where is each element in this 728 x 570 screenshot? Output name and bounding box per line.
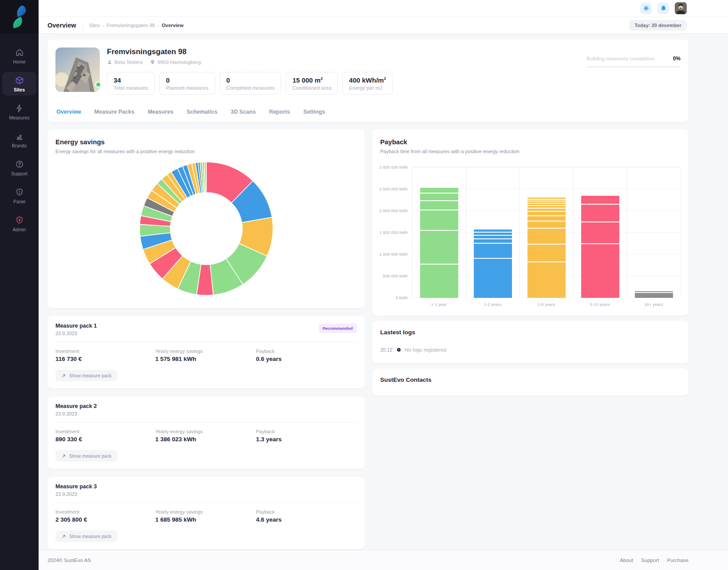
bar-segment — [527, 261, 566, 298]
stat-completed-measures: 0 Completed measures — [220, 72, 281, 95]
completion-value: 0% — [673, 55, 681, 62]
home-icon — [2, 48, 36, 57]
x-axis: < 1 year1-2 years2-5 years5-10 years10+ … — [412, 302, 681, 307]
location-pin-icon — [150, 59, 155, 65]
energy-savings-donut-chart — [55, 158, 357, 299]
bar-segment — [420, 210, 458, 230]
show-measure-pack-button[interactable]: Show measure pack — [55, 370, 117, 381]
site-status-dot — [95, 82, 101, 87]
site-summary-card: Fremvisningsgaten 98 Beta Testers 9959 H… — [47, 40, 689, 122]
tab-measure-packs[interactable]: Measure Packs — [94, 109, 134, 115]
sidebar-item-label: Measures — [2, 115, 36, 120]
question-circle-icon — [2, 159, 36, 169]
page-footer: 2024© SustEvo AS About Support Purchase — [39, 550, 728, 570]
y-axis-tick-label: 1 000 000 kWh — [379, 252, 408, 257]
latest-logs-card: Lastest logs 20.12 No logs registered — [372, 321, 689, 363]
lightning-icon — [2, 103, 36, 113]
stat-energy-per-m2: 400 kWh/m2 Energy per m2 — [342, 72, 393, 95]
today-date-pill: Today: 20 desember — [629, 20, 687, 31]
sidebar-item-sites[interactable]: Sites — [2, 72, 36, 95]
tab-overview[interactable]: Overview — [56, 109, 81, 115]
measure-pack-card-1: Recommended Measure pack 1 23.9.2023 Inv… — [47, 316, 365, 388]
energy-savings-subtitle: Energy savings for all measures with a p… — [55, 149, 357, 154]
notifications-button[interactable] — [657, 3, 669, 14]
bar-segment — [527, 221, 566, 228]
sidebar-item-label: Panel — [2, 199, 36, 204]
plot-area — [412, 167, 681, 298]
donut-svg — [136, 158, 276, 299]
pack-investment: Investment 2 305 800 € — [55, 509, 155, 523]
bell-icon — [660, 5, 667, 12]
show-measure-pack-button[interactable]: Show measure pack — [55, 530, 117, 542]
stacked-bar — [474, 230, 512, 298]
user-avatar[interactable] — [675, 2, 687, 14]
bar-column — [466, 167, 519, 298]
sidebar-item-label: Support — [2, 171, 36, 176]
measure-pack-title: Measure pack 3 — [55, 483, 357, 490]
bar-segment — [527, 228, 566, 244]
contacts-card: SustEvo Contacts — [372, 368, 689, 396]
sidebar-item-home[interactable]: Home — [2, 44, 36, 67]
footer-link-about[interactable]: About — [620, 558, 633, 563]
app-root: Home Sites Measures Brands — [0, 0, 728, 570]
bar-column — [627, 167, 681, 298]
tab-measures[interactable]: Measures — [148, 109, 173, 115]
tab-reports[interactable]: Reports — [269, 109, 290, 115]
building-completion: Building measures completion 0% — [586, 55, 681, 67]
tab-schematics[interactable]: Schematics — [187, 109, 217, 115]
expand-arrow-icon — [61, 373, 66, 378]
pack-savings: Yearly energy savings 1 575 981 kWh — [155, 348, 256, 362]
footer-link-purchase[interactable]: Purchase — [667, 558, 689, 563]
breadcrumb-item-site[interactable]: Fremvisningsgaten 98 — [107, 23, 155, 28]
sun-icon — [643, 5, 649, 12]
topbar — [39, 0, 728, 17]
expand-arrow-icon — [61, 454, 66, 459]
sidebar-item-admin[interactable]: Admin — [2, 212, 36, 235]
bar-segment — [474, 232, 512, 235]
stacked-bar — [420, 188, 458, 298]
log-date: 20.12 — [380, 347, 393, 352]
tab-3d-scans[interactable]: 3D Scans — [231, 109, 256, 115]
sidebar-item-brands[interactable]: Brands — [2, 128, 36, 151]
payback-title: Payback — [380, 138, 681, 146]
breadcrumb-item-sites[interactable]: Sites — [89, 23, 100, 28]
brand-logo[interactable] — [0, 0, 39, 33]
person-icon — [107, 59, 112, 65]
log-entry: 20.12 No logs registered — [380, 347, 681, 352]
tab-settings[interactable]: Settings — [303, 109, 325, 115]
footer-link-support[interactable]: Support — [641, 558, 659, 563]
pack-payback: Payback 0.6 years — [256, 348, 357, 362]
logs-title: Lastest logs — [380, 329, 681, 336]
pack-savings: Yearly energy savings 1 685 985 kWh — [155, 509, 256, 523]
breadcrumb-item-current: Overview — [162, 23, 184, 28]
y-axis-tick-label: 3 000 000 kWh — [379, 165, 408, 170]
stat-total-measures: 34 Total measures — [107, 72, 155, 95]
y-axis-tick-label: 500 000 kWh — [383, 273, 408, 278]
y-axis-tick-label: 1 500 000 kWh — [379, 230, 408, 235]
page-header: Overview Sites - Fremvisningsgaten 98 - … — [39, 17, 728, 33]
y-axis-tick-label: 0 kWh — [396, 295, 408, 300]
stat-conditioned-area: 15 000 m2 Conditioned area — [286, 72, 338, 95]
site-address-badge: 9959 Hamningberg — [150, 59, 201, 65]
measure-pack-title: Measure pack 1 — [55, 323, 357, 329]
y-axis: 0 kWh500 000 kWh1 000 000 kWh1 500 000 k… — [380, 167, 412, 298]
bar-segment — [527, 211, 566, 215]
sidebar-item-panel[interactable]: Panel — [2, 184, 36, 207]
theme-toggle-button[interactable] — [640, 3, 652, 14]
avatar-photo — [675, 2, 687, 14]
bar-segment — [474, 235, 512, 238]
show-measure-pack-button[interactable]: Show measure pack — [55, 450, 117, 462]
measure-pack-card-2: Measure pack 2 23.9.2023 Investment 890 … — [47, 396, 365, 469]
recommended-badge: Recommended — [319, 324, 357, 333]
bar-column — [412, 167, 466, 298]
bar-segment — [635, 292, 673, 298]
completion-progress-bar — [586, 66, 681, 67]
expand-arrow-icon — [61, 534, 66, 539]
sidebar-item-support[interactable]: Support — [2, 156, 36, 179]
x-axis-label: 5-10 years — [573, 302, 627, 307]
y-axis-tick-label: 2 500 000 kWh — [379, 186, 408, 191]
bar-segment — [581, 204, 619, 222]
site-name: Fremvisningsgaten 98 — [107, 48, 681, 56]
sidebar-item-measures[interactable]: Measures — [2, 100, 36, 123]
main-area: Overview Sites - Fremvisningsgaten 98 - … — [39, 0, 728, 570]
